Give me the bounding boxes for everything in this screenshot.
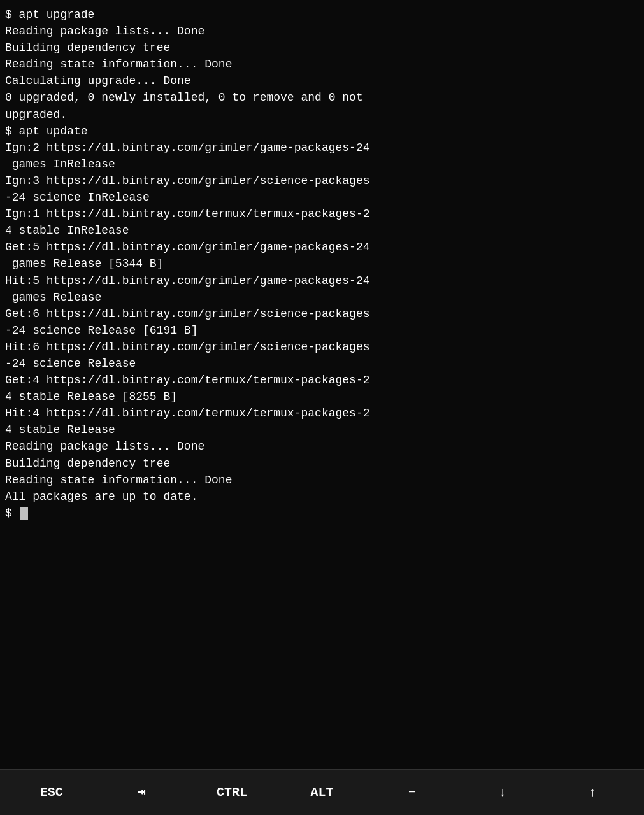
terminal-line: Hit:6 https://dl.bintray.com/grimler/sci… [5, 341, 370, 353]
terminal-line: Ign:3 https://dl.bintray.com/grimler/sci… [5, 174, 370, 187]
cursor [20, 507, 28, 520]
terminal-line: Calculating upgrade... Done [5, 74, 191, 87]
terminal-line: $ apt upgrade [5, 8, 94, 21]
terminal-line: 4 stable Release [8255 B] [5, 390, 177, 403]
terminal-line: 4 stable Release [5, 423, 115, 436]
terminal-line: 0 upgraded, 0 newly installed, 0 to remo… [5, 91, 363, 104]
terminal-line: $ [5, 507, 19, 520]
terminal-output: $ apt upgrade Reading package lists... D… [0, 0, 644, 769]
terminal-line: Get:6 https://dl.bintray.com/grimler/sci… [5, 308, 370, 320]
terminal-line: Reading package lists... Done [5, 25, 204, 38]
terminal-line: games Release [5, 291, 101, 304]
terminal-line: upgraded. [5, 108, 67, 121]
terminal-line: -24 science InRelease [5, 191, 150, 204]
terminal-line: Ign:1 https://dl.bintray.com/termux/term… [5, 208, 370, 220]
terminal-line: -24 science Release [6191 B] [5, 324, 197, 337]
terminal-line: Ign:2 https://dl.bintray.com/grimler/gam… [5, 141, 370, 154]
key-ctrl[interactable]: CTRL [187, 783, 277, 802]
terminal-line: Get:5 https://dl.bintray.com/grimler/gam… [5, 241, 370, 253]
terminal-line: Reading package lists... Done [5, 440, 204, 453]
terminal-line: games InRelease [5, 158, 115, 171]
terminal-line: Hit:4 https://dl.bintray.com/termux/term… [5, 407, 370, 420]
terminal-line: Building dependency tree [5, 41, 170, 54]
terminal-line: Building dependency tree [5, 457, 170, 470]
key-arrow-up[interactable]: ↑ [547, 783, 638, 802]
terminal-line: Reading state information... Done [5, 474, 232, 486]
terminal-line: Hit:5 https://dl.bintray.com/grimler/gam… [5, 274, 370, 287]
key-dash[interactable]: − [367, 783, 457, 802]
terminal-line: 4 stable InRelease [5, 224, 129, 237]
terminal-line: -24 science Release [5, 357, 136, 370]
key-tab[interactable]: ⇥ [97, 783, 187, 803]
terminal-line: All packages are up to date. [5, 490, 197, 503]
terminal-line: games Release [5344 B] [5, 257, 163, 270]
terminal-line: Reading state information... Done [5, 58, 232, 71]
terminal-line: $ apt update [5, 125, 88, 138]
terminal-line: Get:4 https://dl.bintray.com/termux/term… [5, 374, 370, 386]
key-arrow-down[interactable]: ↓ [457, 783, 548, 802]
bottom-bar: ESC ⇥ CTRL ALT − ↓ ↑ [0, 769, 644, 815]
key-alt[interactable]: ALT [277, 783, 368, 802]
key-esc[interactable]: ESC [6, 783, 97, 802]
